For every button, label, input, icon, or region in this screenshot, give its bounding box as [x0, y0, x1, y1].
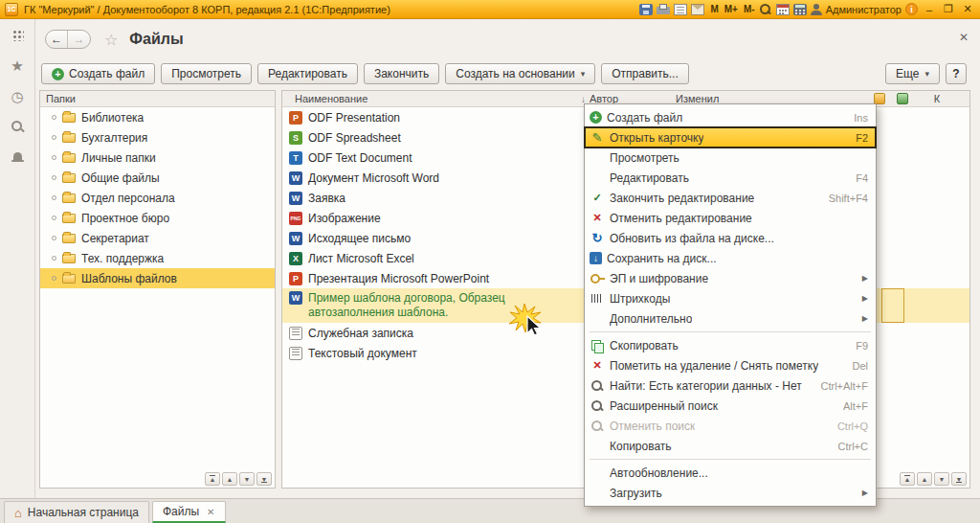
history-button[interactable]: ◷ [0, 80, 34, 111]
folders-panel: Папки Библиотека Бухгалтерия Личные папк… [39, 90, 276, 489]
menu-item-additional[interactable]: Дополнительно▶ [585, 308, 876, 329]
mail-icon[interactable] [691, 4, 704, 15]
tab-files[interactable]: Файлы ✕ [152, 501, 226, 523]
folder-icon [62, 254, 76, 263]
tree-node-icon [52, 135, 56, 140]
column-header-name[interactable]: Наименование ↓ [288, 93, 590, 104]
go-first-button[interactable]: ▲ [900, 472, 915, 486]
star-icon: ★ [11, 58, 23, 73]
tree-node-icon [52, 216, 56, 220]
search-button[interactable] [0, 111, 34, 142]
send-button[interactable]: Отправить... [601, 63, 689, 84]
folders-header: Папки [40, 91, 275, 107]
menu-item-update-from-disk[interactable]: Обновить из файла на диске... [585, 228, 876, 248]
folder-item[interactable]: Общие файлы [40, 168, 275, 188]
save-to-disk-icon [590, 252, 602, 264]
go-last-button[interactable]: ▼ [256, 472, 272, 486]
memory-m-minus-button[interactable]: М- [744, 3, 755, 16]
go-last-button[interactable]: ▼ [951, 472, 967, 486]
menu-item-load[interactable]: Загрузить▶ [585, 483, 876, 503]
menu-item-mark-deletion[interactable]: Пометить на удаление / Снять пометкуDel [585, 355, 876, 375]
menu-item-advanced-search[interactable]: Расширенный поискAlt+F [585, 396, 876, 416]
file-type-icon [289, 272, 302, 285]
close-tab-icon[interactable]: ✕ [207, 507, 214, 517]
view-button[interactable]: Просмотреть [161, 63, 252, 84]
menu-item-save-to-disk[interactable]: Сохранить на диск... [585, 248, 876, 268]
menu-item-cancel-editing[interactable]: Отменить редактирование [585, 208, 876, 228]
menu-item-signature-encryption[interactable]: ЭП и шифрование▶ [585, 268, 876, 288]
signature-column-icon[interactable] [897, 93, 908, 104]
menu-item-finish-editing[interactable]: Закончить редактированиеShift+F4 [585, 188, 876, 208]
help-button[interactable]: ? [946, 63, 967, 84]
file-type-icon [289, 347, 302, 360]
menu-item-edit[interactable]: РедактироватьF4 [585, 168, 876, 188]
info-icon[interactable]: i [905, 3, 918, 15]
tab-home[interactable]: ⌂ Начальная страница [4, 501, 149, 523]
folder-item[interactable]: Отдел персонала [40, 188, 275, 208]
find-icon [590, 378, 605, 394]
save-icon[interactable] [639, 4, 653, 15]
menu-item-find-category[interactable]: Найти: Есть категории данных - НетCtrl+A… [585, 375, 876, 396]
main-menu-button[interactable] [0, 19, 34, 50]
open-card-icon [590, 130, 605, 146]
folder-icon [62, 173, 76, 183]
go-up-button[interactable]: ▲ [917, 472, 932, 486]
go-up-button[interactable]: ▲ [222, 472, 237, 486]
menu-item-view[interactable]: Просмотреть [585, 148, 876, 168]
more-button[interactable]: Еще [885, 63, 940, 84]
folder-icon [62, 234, 76, 243]
file-type-icon [289, 151, 302, 165]
column-header-k[interactable]: К [918, 91, 956, 106]
tree-node-icon [52, 195, 56, 200]
window-title: ГК "Меркурий" / Документооборот 8 КОРП, … [24, 4, 390, 15]
close-page-button[interactable]: ✕ [959, 31, 969, 44]
submenu-arrow-icon: ▶ [853, 274, 868, 283]
close-window-button[interactable]: ✕ [960, 3, 975, 15]
menu-item-copy[interactable]: КопироватьCtrl+C [585, 436, 876, 456]
tree-node-icon [52, 115, 56, 120]
memory-m-button[interactable]: М [710, 3, 718, 16]
calendar-icon[interactable] [776, 4, 790, 15]
menu-item-create-file[interactable]: Создать файлIns [585, 107, 876, 127]
go-down-button[interactable]: ▼ [239, 472, 255, 486]
print-preview-icon[interactable] [674, 4, 687, 15]
user-avatar-icon [811, 4, 822, 15]
calculator-icon[interactable] [793, 4, 807, 15]
folder-item[interactable]: Библиотека [40, 107, 275, 127]
favorites-button[interactable]: ★ [0, 50, 34, 80]
notifications-button[interactable] [0, 142, 34, 172]
restore-button[interactable]: ❐ [941, 3, 956, 15]
current-user-label[interactable]: Администратор [826, 4, 902, 15]
edit-button[interactable]: Редактировать [257, 63, 358, 84]
tree-node-icon [52, 236, 56, 240]
finish-button[interactable]: Закончить [364, 63, 439, 84]
create-file-button[interactable]: +Создать файл [41, 63, 155, 84]
memory-m-plus-button[interactable]: М+ [724, 3, 738, 16]
menu-item-copy-new[interactable]: СкопироватьF9 [585, 335, 876, 355]
file-type-icon [289, 232, 302, 245]
application-window: 1С ГК "Меркурий" / Документооборот 8 КОР… [0, 0, 980, 523]
zoom-icon[interactable] [759, 4, 772, 15]
file-type-icon [289, 131, 302, 145]
menu-item-barcodes[interactable]: Штрихкоды▶ [585, 288, 876, 308]
menu-item-open-card[interactable]: Открыть карточкуF2 [585, 127, 876, 148]
folder-item[interactable]: Проектное бюро [40, 208, 275, 228]
go-first-button[interactable]: ▲ [205, 472, 220, 486]
folder-item[interactable]: Тех. поддержка [40, 248, 275, 268]
folder-icon [62, 193, 76, 203]
add-to-favorites-icon[interactable]: ☆ [104, 31, 118, 49]
printer-icon[interactable] [657, 7, 670, 14]
forward-button[interactable]: → [68, 31, 90, 48]
create-based-on-button[interactable]: Создать на основании [445, 63, 595, 84]
back-button[interactable]: ← [46, 31, 68, 48]
menu-item-autoupdate[interactable]: Автообновление... [585, 463, 876, 483]
folder-item-selected[interactable]: Шаблоны файлов [40, 268, 275, 288]
folder-item[interactable]: Личные папки [40, 148, 275, 168]
folder-item[interactable]: Секретариат [40, 228, 275, 248]
go-down-button[interactable]: ▼ [934, 472, 949, 486]
minimize-button[interactable]: – [922, 4, 937, 15]
folder-item[interactable]: Бухгалтерия [40, 127, 275, 148]
file-type-icon [289, 171, 302, 185]
file-type-icon [289, 111, 302, 125]
submenu-arrow-icon: ▶ [853, 294, 868, 303]
